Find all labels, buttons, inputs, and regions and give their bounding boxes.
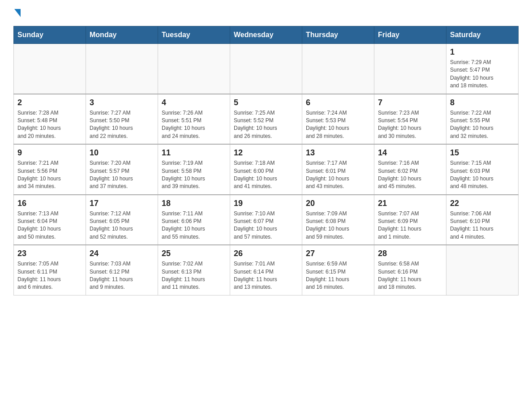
calendar-cell: 21Sunrise: 7:07 AM Sunset: 6:09 PM Dayli… xyxy=(374,195,446,245)
calendar-cell: 11Sunrise: 7:19 AM Sunset: 5:58 PM Dayli… xyxy=(158,144,230,195)
day-info: Sunrise: 7:24 AM Sunset: 5:53 PM Dayligh… xyxy=(306,109,370,141)
calendar-cell: 20Sunrise: 7:09 AM Sunset: 6:08 PM Dayli… xyxy=(302,195,374,245)
calendar-cell: 18Sunrise: 7:11 AM Sunset: 6:06 PM Dayli… xyxy=(158,195,230,245)
day-info: Sunrise: 7:27 AM Sunset: 5:50 PM Dayligh… xyxy=(90,109,154,141)
weekday-header-friday: Friday xyxy=(374,26,446,44)
day-info: Sunrise: 7:29 AM Sunset: 5:47 PM Dayligh… xyxy=(450,59,515,90)
weekday-header-tuesday: Tuesday xyxy=(158,26,230,44)
day-info: Sunrise: 7:28 AM Sunset: 5:48 PM Dayligh… xyxy=(17,109,82,141)
calendar-cell xyxy=(86,44,158,94)
day-number: 18 xyxy=(162,199,226,208)
day-info: Sunrise: 7:05 AM Sunset: 6:11 PM Dayligh… xyxy=(17,260,82,291)
weekday-header-row: SundayMondayTuesdayWednesdayThursdayFrid… xyxy=(14,26,519,44)
weekday-header-saturday: Saturday xyxy=(446,26,519,44)
day-info: Sunrise: 7:10 AM Sunset: 6:07 PM Dayligh… xyxy=(234,210,298,241)
day-number: 26 xyxy=(234,249,298,258)
day-number: 17 xyxy=(90,199,154,208)
day-number: 5 xyxy=(234,98,298,107)
calendar-cell: 17Sunrise: 7:12 AM Sunset: 6:05 PM Dayli… xyxy=(86,195,158,245)
day-info: Sunrise: 7:19 AM Sunset: 5:58 PM Dayligh… xyxy=(162,159,226,191)
day-info: Sunrise: 7:11 AM Sunset: 6:06 PM Dayligh… xyxy=(162,210,226,241)
calendar-cell: 13Sunrise: 7:17 AM Sunset: 6:01 PM Dayli… xyxy=(302,144,374,195)
week-row-2: 2Sunrise: 7:28 AM Sunset: 5:48 PM Daylig… xyxy=(14,94,519,145)
day-number: 21 xyxy=(378,199,442,208)
day-number: 7 xyxy=(378,98,442,107)
week-row-5: 23Sunrise: 7:05 AM Sunset: 6:11 PM Dayli… xyxy=(14,245,519,295)
day-info: Sunrise: 6:59 AM Sunset: 6:15 PM Dayligh… xyxy=(306,260,370,291)
calendar-cell: 12Sunrise: 7:18 AM Sunset: 6:00 PM Dayli… xyxy=(230,144,302,195)
calendar-cell: 23Sunrise: 7:05 AM Sunset: 6:11 PM Dayli… xyxy=(14,245,86,295)
calendar-cell xyxy=(302,44,374,94)
day-number: 24 xyxy=(90,249,154,258)
calendar-cell: 24Sunrise: 7:03 AM Sunset: 6:12 PM Dayli… xyxy=(86,245,158,295)
calendar-cell: 19Sunrise: 7:10 AM Sunset: 6:07 PM Dayli… xyxy=(230,195,302,245)
calendar-cell: 6Sunrise: 7:24 AM Sunset: 5:53 PM Daylig… xyxy=(302,94,374,145)
logo xyxy=(13,9,21,17)
calendar-cell xyxy=(158,44,230,94)
day-info: Sunrise: 7:06 AM Sunset: 6:10 PM Dayligh… xyxy=(450,210,515,241)
day-info: Sunrise: 7:23 AM Sunset: 5:54 PM Dayligh… xyxy=(378,109,442,141)
calendar-cell: 16Sunrise: 7:13 AM Sunset: 6:04 PM Dayli… xyxy=(14,195,86,245)
day-info: Sunrise: 6:58 AM Sunset: 6:16 PM Dayligh… xyxy=(378,260,442,291)
calendar-cell: 26Sunrise: 7:01 AM Sunset: 6:14 PM Dayli… xyxy=(230,245,302,295)
day-number: 28 xyxy=(378,249,442,258)
calendar-cell: 28Sunrise: 6:58 AM Sunset: 6:16 PM Dayli… xyxy=(374,245,446,295)
calendar-cell: 10Sunrise: 7:20 AM Sunset: 5:57 PM Dayli… xyxy=(86,144,158,195)
weekday-header-wednesday: Wednesday xyxy=(230,26,302,44)
day-number: 22 xyxy=(450,199,515,208)
day-info: Sunrise: 7:17 AM Sunset: 6:01 PM Dayligh… xyxy=(306,159,370,191)
day-info: Sunrise: 7:20 AM Sunset: 5:57 PM Dayligh… xyxy=(90,159,154,191)
calendar-cell: 8Sunrise: 7:22 AM Sunset: 5:55 PM Daylig… xyxy=(446,94,519,145)
day-number: 4 xyxy=(162,98,226,107)
week-row-4: 16Sunrise: 7:13 AM Sunset: 6:04 PM Dayli… xyxy=(14,195,519,245)
day-info: Sunrise: 7:26 AM Sunset: 5:51 PM Dayligh… xyxy=(162,109,226,141)
day-number: 9 xyxy=(17,148,82,158)
week-row-3: 9Sunrise: 7:21 AM Sunset: 5:56 PM Daylig… xyxy=(14,144,519,195)
week-row-1: 1Sunrise: 7:29 AM Sunset: 5:47 PM Daylig… xyxy=(14,44,519,94)
calendar-table: SundayMondayTuesdayWednesdayThursdayFrid… xyxy=(13,26,519,295)
day-number: 27 xyxy=(306,249,370,258)
calendar-cell: 15Sunrise: 7:15 AM Sunset: 6:03 PM Dayli… xyxy=(446,144,519,195)
weekday-header-monday: Monday xyxy=(86,26,158,44)
calendar-cell: 1Sunrise: 7:29 AM Sunset: 5:47 PM Daylig… xyxy=(446,44,519,94)
day-info: Sunrise: 7:07 AM Sunset: 6:09 PM Dayligh… xyxy=(378,210,442,241)
calendar-cell: 27Sunrise: 6:59 AM Sunset: 6:15 PM Dayli… xyxy=(302,245,374,295)
day-number: 25 xyxy=(162,249,226,258)
day-number: 11 xyxy=(162,148,226,158)
calendar-body: 1Sunrise: 7:29 AM Sunset: 5:47 PM Daylig… xyxy=(14,44,519,295)
day-number: 6 xyxy=(306,98,370,107)
calendar-cell: 9Sunrise: 7:21 AM Sunset: 5:56 PM Daylig… xyxy=(14,144,86,195)
day-info: Sunrise: 7:21 AM Sunset: 5:56 PM Dayligh… xyxy=(17,159,82,191)
calendar-cell xyxy=(14,44,86,94)
day-info: Sunrise: 7:03 AM Sunset: 6:12 PM Dayligh… xyxy=(90,260,154,291)
weekday-header-sunday: Sunday xyxy=(14,26,86,44)
day-number: 12 xyxy=(234,148,298,158)
calendar-cell: 7Sunrise: 7:23 AM Sunset: 5:54 PM Daylig… xyxy=(374,94,446,145)
day-info: Sunrise: 7:25 AM Sunset: 5:52 PM Dayligh… xyxy=(234,109,298,141)
calendar-header: SundayMondayTuesdayWednesdayThursdayFrid… xyxy=(14,26,519,44)
calendar-cell: 5Sunrise: 7:25 AM Sunset: 5:52 PM Daylig… xyxy=(230,94,302,145)
calendar-cell xyxy=(446,245,519,295)
calendar-cell: 25Sunrise: 7:02 AM Sunset: 6:13 PM Dayli… xyxy=(158,245,230,295)
logo-arrow-icon xyxy=(14,9,21,17)
calendar-cell: 4Sunrise: 7:26 AM Sunset: 5:51 PM Daylig… xyxy=(158,94,230,145)
calendar-cell: 22Sunrise: 7:06 AM Sunset: 6:10 PM Dayli… xyxy=(446,195,519,245)
page-header xyxy=(13,9,519,17)
day-number: 8 xyxy=(450,98,515,107)
day-number: 23 xyxy=(17,249,82,258)
day-number: 20 xyxy=(306,199,370,208)
calendar-cell xyxy=(374,44,446,94)
day-info: Sunrise: 7:18 AM Sunset: 6:00 PM Dayligh… xyxy=(234,159,298,191)
day-number: 2 xyxy=(17,98,82,107)
day-number: 15 xyxy=(450,148,515,158)
day-info: Sunrise: 7:22 AM Sunset: 5:55 PM Dayligh… xyxy=(450,109,515,141)
weekday-header-thursday: Thursday xyxy=(302,26,374,44)
day-info: Sunrise: 7:01 AM Sunset: 6:14 PM Dayligh… xyxy=(234,260,298,291)
day-info: Sunrise: 7:15 AM Sunset: 6:03 PM Dayligh… xyxy=(450,159,515,191)
day-number: 13 xyxy=(306,148,370,158)
calendar-cell xyxy=(230,44,302,94)
calendar-cell: 14Sunrise: 7:16 AM Sunset: 6:02 PM Dayli… xyxy=(374,144,446,195)
day-number: 14 xyxy=(378,148,442,158)
day-number: 1 xyxy=(450,47,515,57)
calendar-cell: 3Sunrise: 7:27 AM Sunset: 5:50 PM Daylig… xyxy=(86,94,158,145)
